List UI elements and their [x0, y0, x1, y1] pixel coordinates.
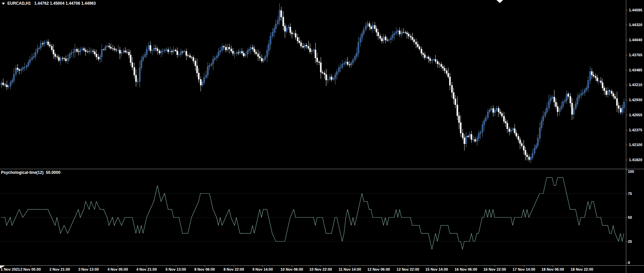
psychological-line [1, 178, 624, 250]
time-tick-mark [408, 266, 408, 267]
time-tick-mark [582, 266, 582, 267]
axis-corner-marker-icon [0, 266, 5, 268]
time-tick-label: 16 Nov 06:00 [454, 267, 477, 271]
time-tick-label: 3 Nov 13:00 [78, 267, 99, 271]
time-tick-label: 15 Nov 14:00 [425, 267, 448, 271]
price-tick-label: 1.43485 [629, 68, 642, 72]
price-tick-label: 1.43210 [629, 83, 642, 87]
indicator-axis[interactable]: 1007550250 [626, 169, 644, 265]
time-tick-mark [89, 266, 89, 267]
one-click-trading-collapse-icon[interactable] [2, 3, 5, 5]
time-axis-separator[interactable] [0, 265, 644, 266]
time-tick-mark [263, 266, 263, 267]
indicator-header: Psychological-line(12)50.0000 [1, 170, 60, 175]
mt4-chart-window: EURCAD,H11.44762 1.45004 1.44706 1.44963… [0, 0, 644, 273]
time-tick-mark [553, 266, 553, 267]
time-tick-label: 2 Nov 05:00 [20, 267, 41, 271]
time-tick-label: 4 Nov 21:00 [136, 267, 157, 271]
time-tick-mark [31, 266, 31, 267]
price-axis-line [626, 0, 626, 273]
price-tick-label: 1.42100 [629, 143, 642, 147]
time-tick-label: 12 Nov 06:00 [367, 267, 390, 271]
time-tick-label: 10 Nov 22:00 [309, 267, 332, 271]
indicator-value: 50.0000 [46, 170, 60, 175]
candlestick-chart[interactable] [0, 0, 626, 169]
price-axis[interactable]: 1.445951.443201.440401.437651.434851.432… [626, 0, 644, 169]
time-tick-mark [234, 266, 234, 267]
time-tick-label: 4 Nov 05:00 [107, 267, 128, 271]
price-tick-label: 1.41820 [629, 158, 642, 162]
price-tick-label: 1.42930 [629, 98, 642, 102]
panel-separator[interactable] [0, 169, 644, 169]
chart-shift-marker-icon[interactable] [496, 0, 503, 3]
time-tick-label: 10 Nov 06:00 [280, 267, 303, 271]
time-tick-mark [350, 266, 350, 267]
time-tick-label: 17 Nov 14:00 [513, 267, 535, 271]
chart-symbol-timeframe: EURCAD,H1 [7, 1, 31, 6]
time-tick-mark [495, 266, 495, 267]
time-tick-mark [321, 266, 321, 267]
time-tick-label: 9 Nov 14:00 [252, 267, 273, 271]
time-tick-label: 12 Nov 22:00 [396, 267, 419, 271]
time-tick-mark [176, 266, 176, 267]
chart-title: EURCAD,H11.44762 1.45004 1.44706 1.44963 [2, 1, 96, 6]
price-tick-label: 1.44040 [629, 38, 642, 42]
time-axis[interactable]: 1 Nov 20212 Nov 05:002 Nov 21:003 Nov 13… [0, 266, 644, 273]
time-tick-mark [205, 266, 205, 267]
time-tick-mark [118, 266, 118, 267]
price-tick-label: 1.42655 [629, 113, 642, 117]
time-tick-mark [466, 266, 466, 267]
price-tick-label: 1.43765 [629, 53, 642, 57]
time-tick-label: 8 Nov 22:00 [223, 267, 244, 271]
time-tick-label: 18 Nov 22:00 [571, 267, 593, 271]
time-tick-label: 18 Nov 06:00 [541, 267, 564, 271]
time-tick-label: 11 Nov 14:00 [339, 267, 361, 271]
time-tick-label: 5 Nov 13:00 [165, 267, 186, 271]
indicator-tick-label: 75 [628, 192, 632, 196]
indicator-tick-label: 25 [628, 240, 632, 244]
time-tick-mark [292, 266, 292, 267]
time-tick-label: 2 Nov 21:00 [49, 267, 70, 271]
time-tick-mark [524, 266, 524, 267]
indicator-chart[interactable] [0, 169, 626, 265]
time-tick-label: 16 Nov 22:00 [483, 267, 506, 271]
time-tick-mark [437, 266, 437, 267]
time-tick-mark [60, 266, 60, 267]
indicator-name: Psychological-line(12) [1, 170, 44, 175]
price-tick-label: 1.44595 [629, 8, 642, 12]
time-tick-label: 8 Nov 06:00 [194, 267, 215, 271]
indicator-tick-label: 50 [628, 215, 632, 220]
indicator-tick-label: 100 [628, 169, 634, 174]
time-tick-mark [147, 266, 147, 267]
chart-ohlc-values: 1.44762 1.45004 1.44706 1.44963 [34, 1, 96, 6]
time-tick-mark [379, 266, 379, 267]
price-tick-label: 1.42375 [629, 128, 642, 132]
indicator-tick-label: 0 [628, 261, 630, 265]
price-tick-label: 1.44320 [629, 23, 642, 27]
